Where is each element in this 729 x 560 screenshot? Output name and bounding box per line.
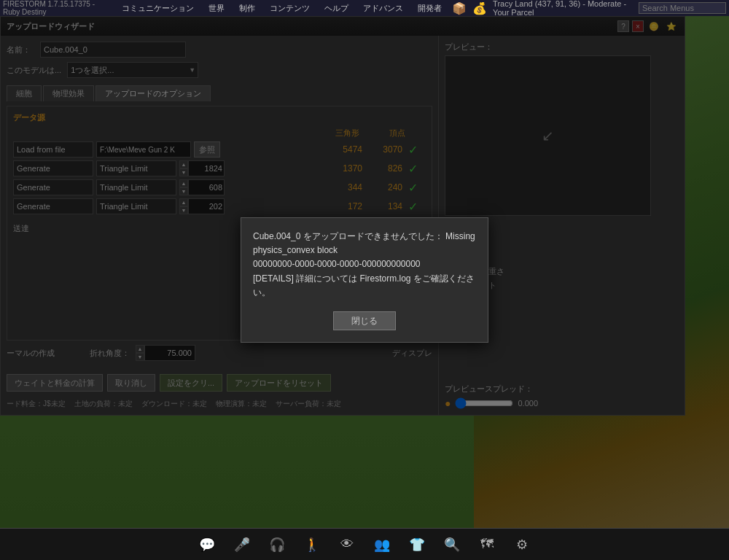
menu-content[interactable]: コンテンツ — [265, 1, 314, 15]
taskbar-view-icon[interactable]: 👁 — [335, 533, 359, 556]
error-overlay: Cube.004_0 をアップロードできませんでした： Missing phys… — [0, 0, 729, 560]
taskbar-chat-icon[interactable]: 💬 — [195, 533, 219, 556]
menu-create[interactable]: 制作 — [235, 1, 260, 15]
search-menus-input[interactable] — [639, 2, 726, 14]
menu-world[interactable]: 世界 — [204, 1, 229, 15]
taskbar-search-icon[interactable]: 🔍 — [440, 533, 464, 556]
taskbar: 💬 🎤 🎧 🚶 👁 👥 👕 🔍 🗺 ⚙ — [0, 528, 729, 560]
menu-dev[interactable]: 開発者 — [413, 1, 446, 15]
taskbar-walk-icon[interactable]: 🚶 — [300, 533, 324, 556]
error-dialog: Cube.004_0 をアップロードできませんでした： Missing phys… — [241, 217, 488, 343]
user-info: Tracy Land (437, 91, 36) - Moderate - Yo… — [493, 0, 633, 17]
taskbar-map-icon[interactable]: 🗺 — [475, 533, 499, 556]
app-title: FIRESTORM 1.7.15.17375 - Ruby Destiny — [3, 0, 112, 16]
top-menubar: FIRESTORM 1.7.15.17375 - Ruby Destiny コミ… — [0, 0, 729, 16]
taskbar-wear-icon[interactable]: 👕 — [405, 533, 429, 556]
menu-communication[interactable]: コミュニケーション — [117, 1, 198, 15]
error-close-button[interactable]: 閉じる — [333, 311, 396, 330]
currency-icon[interactable]: 💰 — [472, 1, 487, 15]
inventory-icon[interactable]: 📦 — [452, 1, 467, 15]
menu-advance[interactable]: アドバンス — [359, 1, 408, 15]
taskbar-audio-icon[interactable]: 🎧 — [265, 533, 289, 556]
menu-help[interactable]: ヘルプ — [320, 1, 353, 15]
error-button-row: 閉じる — [253, 311, 476, 330]
taskbar-settings-icon[interactable]: ⚙ — [510, 533, 534, 556]
taskbar-people-icon[interactable]: 👥 — [370, 533, 394, 556]
taskbar-voice-icon[interactable]: 🎤 — [230, 533, 254, 556]
error-message: Cube.004_0 をアップロードできませんでした： Missing phys… — [253, 230, 476, 300]
